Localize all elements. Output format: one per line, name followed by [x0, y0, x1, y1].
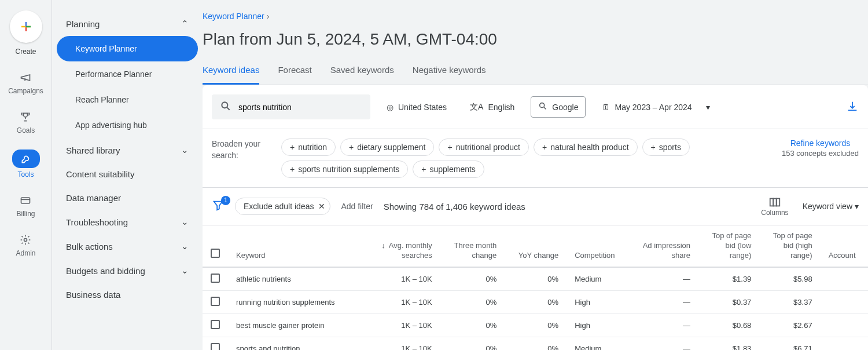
broaden-chip[interactable]: +nutritional product: [439, 138, 528, 156]
refine-sub: 153 concepts excluded: [782, 149, 859, 158]
chevron-down-icon: ⌄: [181, 265, 189, 276]
language-filter[interactable]: 文AEnglish: [463, 97, 521, 117]
view-selector[interactable]: Keyword view▾: [803, 202, 859, 211]
sidebar-section-label: Content suitability: [66, 169, 134, 179]
col-bid-low[interactable]: Top of pagebid (lowrange): [698, 225, 759, 267]
col-keyword[interactable]: Keyword: [228, 225, 367, 267]
refine-link[interactable]: Refine keywords: [782, 138, 859, 148]
broaden-chip[interactable]: +sports nutrition supplements: [281, 161, 408, 178]
tab-forecast[interactable]: Forecast: [278, 59, 311, 85]
cell-tmc: 0%: [440, 337, 505, 350]
plus-icon: +: [542, 143, 547, 152]
th-label: Avg. monthlysearches: [389, 241, 432, 260]
chip-label: nutrition: [298, 143, 327, 152]
close-icon[interactable]: ✕: [318, 202, 325, 211]
table-row[interactable]: running nutrition supplements1K – 10K0%0…: [203, 290, 868, 313]
cell-searches: 1K – 10K: [367, 337, 440, 350]
tab-saved-keywords[interactable]: Saved keywords: [330, 59, 394, 85]
sidebar-section-data-manager[interactable]: Data manager: [57, 186, 198, 210]
broaden-chip[interactable]: +sports: [642, 138, 690, 156]
broaden-chips: +nutrition +dietary supplement +nutritio…: [281, 138, 770, 178]
sidebar-section-troubleshooting[interactable]: Troubleshooting⌄: [57, 210, 198, 234]
date-range-filter[interactable]: 🗓May 2023 – Apr 2024▾: [595, 98, 716, 116]
sidebar-section-budgets-bidding[interactable]: Budgets and bidding⌄: [57, 258, 198, 283]
col-ad-impression[interactable]: Ad impressionshare: [628, 225, 698, 267]
refine-keywords[interactable]: Refine keywords 153 concepts excluded: [782, 138, 859, 158]
trophy-icon: [19, 110, 32, 124]
col-yoy[interactable]: YoY change: [505, 225, 567, 267]
col-avg-searches[interactable]: ↓Avg. monthlysearches: [367, 225, 440, 267]
sidebar-section-content-suitability[interactable]: Content suitability: [57, 162, 198, 186]
wrench-icon: [12, 150, 40, 168]
rail-item-campaigns[interactable]: Campaigns: [8, 71, 43, 95]
cell-bid-high: $5.98: [759, 267, 820, 291]
sidebar-item-app-hub[interactable]: App advertising hub: [57, 112, 198, 138]
cell-impression: —: [628, 267, 698, 291]
columns-button[interactable]: Columns: [761, 196, 788, 217]
col-account[interactable]: Account: [821, 225, 868, 267]
sidebar-item-keyword-planner[interactable]: Keyword Planner: [57, 36, 198, 61]
filter-label: Google: [552, 103, 578, 112]
sidebar-section-planning[interactable]: Planning ⌃: [57, 12, 198, 36]
sidebar-section-label: Planning: [66, 19, 100, 29]
cell-keyword: running nutrition supplements: [228, 290, 367, 313]
search-icon: [538, 101, 547, 112]
col-competition[interactable]: Competition: [567, 225, 628, 267]
network-filter[interactable]: Google: [531, 96, 586, 118]
create-button[interactable]: [10, 10, 42, 43]
col-bid-high[interactable]: Top of pagebid (highrange): [759, 225, 820, 267]
panel: ◎United States 文AEnglish Google 🗓May 202…: [203, 85, 868, 350]
broaden-label: Broaden your search:: [212, 138, 270, 161]
table-row[interactable]: sports and nutrition1K – 10K0%0%Medium—$…: [203, 337, 868, 350]
rail-item-goals[interactable]: Goals: [17, 110, 35, 134]
rail-item-admin[interactable]: Admin: [16, 233, 35, 257]
col-three-month[interactable]: Three monthchange: [440, 225, 505, 267]
filter-funnel[interactable]: 1: [212, 199, 225, 214]
plus-icon: +: [349, 143, 354, 152]
table-row[interactable]: athletic nutrients1K – 10K0%0%Medium—$1.…: [203, 267, 868, 291]
table-row[interactable]: best muscle gainer protein1K – 10K0%0%Hi…: [203, 313, 868, 337]
add-filter-button[interactable]: Add filter: [341, 202, 373, 211]
row-checkbox[interactable]: [211, 343, 220, 350]
applied-filter-pill[interactable]: Exclude adult ideas✕: [235, 198, 330, 215]
search-icon: [220, 100, 231, 114]
search-input[interactable]: [238, 103, 362, 112]
broaden-chip[interactable]: +natural health product: [534, 138, 638, 156]
sidebar-item-reach-planner[interactable]: Reach Planner: [57, 87, 198, 112]
broaden-chip[interactable]: +dietary supplement: [340, 138, 434, 156]
tab-keyword-ideas[interactable]: Keyword ideas: [203, 59, 259, 85]
search-input-container[interactable]: [212, 94, 370, 119]
cell-account: [821, 267, 868, 291]
sidebar-section-shared-library[interactable]: Shared library⌄: [57, 138, 198, 162]
sidebar-section-business-data[interactable]: Business data: [57, 283, 198, 307]
cell-competition: Medium: [567, 337, 628, 350]
download-button[interactable]: [846, 100, 859, 114]
sidebar-item-performance-planner[interactable]: Performance Planner: [57, 61, 198, 87]
cell-searches: 1K – 10K: [367, 267, 440, 291]
row-checkbox[interactable]: [211, 274, 220, 283]
location-filter[interactable]: ◎United States: [380, 98, 454, 116]
row-checkbox[interactable]: [211, 320, 220, 329]
cell-bid-low: $0.68: [698, 313, 759, 337]
cell-keyword: best muscle gainer protein: [228, 313, 367, 337]
sidebar-section-label: Data manager: [66, 193, 121, 203]
broaden-chip[interactable]: +nutrition: [281, 138, 336, 156]
row-checkbox[interactable]: [211, 297, 220, 306]
tab-negative-keywords[interactable]: Negative keywords: [413, 59, 486, 85]
cell-yoy: 0%: [505, 267, 567, 291]
chip-label: supplements: [429, 165, 475, 174]
rail-item-tools[interactable]: Tools: [12, 150, 40, 178]
rail-label: Tools: [17, 170, 34, 178]
chip-label: dietary supplement: [357, 143, 425, 152]
select-all-checkbox[interactable]: [211, 249, 220, 258]
sidebar-section-bulk-actions[interactable]: Bulk actions⌄: [57, 234, 198, 258]
main: Keyword Planner› Plan from Jun 5, 2024, …: [203, 0, 868, 350]
filter-label: English: [488, 103, 514, 112]
megaphone-icon: [19, 71, 32, 85]
broaden-chip[interactable]: +supplements: [413, 161, 484, 178]
cell-bid-low: $1.39: [698, 267, 759, 291]
rail-item-billing[interactable]: Billing: [16, 194, 35, 218]
plus-icon: +: [447, 143, 452, 152]
calendar-icon: 🗓: [602, 103, 610, 112]
breadcrumb-link[interactable]: Keyword Planner: [203, 12, 264, 21]
